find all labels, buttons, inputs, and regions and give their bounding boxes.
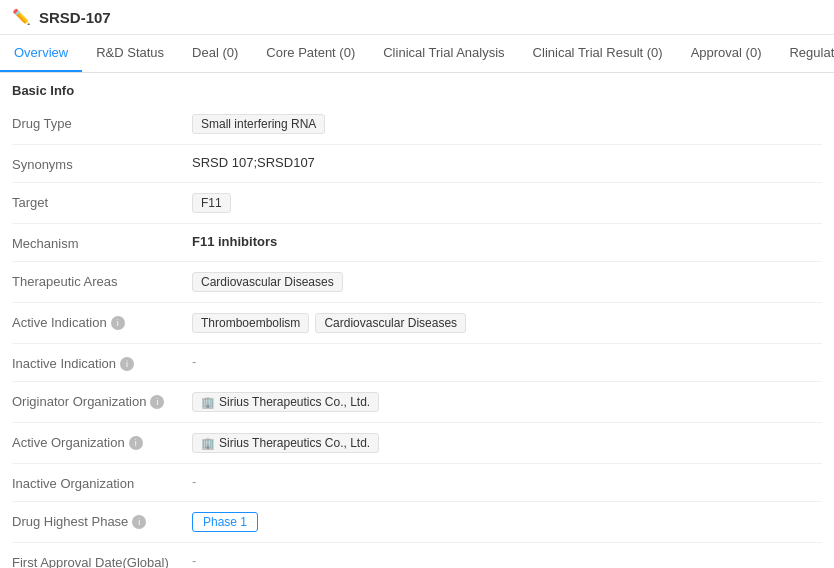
field-value-therapeutic-areas: Cardiovascular Diseases bbox=[192, 272, 822, 292]
field-label-drug-highest-phase: Drug Highest Phasei bbox=[12, 512, 192, 529]
dash-inactive-organization: - bbox=[192, 474, 196, 489]
field-row-therapeutic-areas: Therapeutic AreasCardiovascular Diseases bbox=[12, 262, 822, 303]
field-label-drug-type: Drug Type bbox=[12, 114, 192, 131]
tab-rd-status[interactable]: R&D Status bbox=[82, 35, 178, 72]
field-row-drug-type: Drug TypeSmall interfering RNA bbox=[12, 104, 822, 145]
org-name: Sirius Therapeutics Co., Ltd. bbox=[219, 395, 370, 409]
tag-active-indication: Cardiovascular Diseases bbox=[315, 313, 466, 333]
field-value-first-approval-date: - bbox=[192, 553, 822, 568]
page-title: SRSD-107 bbox=[39, 9, 111, 26]
field-value-active-organization: 🏢Sirius Therapeutics Co., Ltd. bbox=[192, 433, 822, 453]
field-row-first-approval-date: First Approval Date(Global)- bbox=[12, 543, 822, 568]
field-label-synonyms: Synonyms bbox=[12, 155, 192, 172]
title-bar: ✏️ SRSD-107 bbox=[0, 0, 834, 35]
tab-core-patent[interactable]: Core Patent (0) bbox=[252, 35, 369, 72]
tag-therapeutic-areas: Cardiovascular Diseases bbox=[192, 272, 343, 292]
field-row-inactive-indication: Inactive Indicationi- bbox=[12, 344, 822, 382]
field-value-drug-highest-phase: Phase 1 bbox=[192, 512, 822, 532]
field-label-mechanism: Mechanism bbox=[12, 234, 192, 251]
field-value-mechanism: F11 inhibitors bbox=[192, 234, 822, 249]
info-icon-active-indication[interactable]: i bbox=[111, 316, 125, 330]
field-label-active-indication: Active Indicationi bbox=[12, 313, 192, 330]
field-label-originator-organization: Originator Organizationi bbox=[12, 392, 192, 409]
section-header: Basic Info bbox=[0, 73, 834, 104]
building-icon: 🏢 bbox=[201, 437, 215, 450]
info-icon-inactive-indication[interactable]: i bbox=[120, 357, 134, 371]
field-value-target: F11 bbox=[192, 193, 822, 213]
tag-active-indication: Thromboembolism bbox=[192, 313, 309, 333]
info-icon-originator-organization[interactable]: i bbox=[150, 395, 164, 409]
tab-regulation[interactable]: Regulation (0) bbox=[775, 35, 834, 72]
field-row-active-indication: Active IndicationiThromboembolismCardiov… bbox=[12, 303, 822, 344]
tab-clinical-trial-result[interactable]: Clinical Trial Result (0) bbox=[519, 35, 677, 72]
field-label-therapeutic-areas: Therapeutic Areas bbox=[12, 272, 192, 289]
tab-clinical-trial-analysis[interactable]: Clinical Trial Analysis bbox=[369, 35, 518, 72]
field-label-inactive-organization: Inactive Organization bbox=[12, 474, 192, 491]
tab-bar: OverviewR&D StatusDeal (0)Core Patent (0… bbox=[0, 35, 834, 73]
phase-tag-drug-highest-phase: Phase 1 bbox=[192, 512, 258, 532]
field-row-synonyms: SynonymsSRSD 107;SRSD107 bbox=[12, 145, 822, 183]
edit-icon: ✏️ bbox=[12, 8, 31, 26]
info-icon-active-organization[interactable]: i bbox=[129, 436, 143, 450]
field-label-active-organization: Active Organizationi bbox=[12, 433, 192, 450]
tag-drug-type: Small interfering RNA bbox=[192, 114, 325, 134]
field-row-originator-organization: Originator Organizationi🏢Sirius Therapeu… bbox=[12, 382, 822, 423]
tab-approval[interactable]: Approval (0) bbox=[677, 35, 776, 72]
field-label-inactive-indication: Inactive Indicationi bbox=[12, 354, 192, 371]
field-row-target: TargetF11 bbox=[12, 183, 822, 224]
field-row-active-organization: Active Organizationi🏢Sirius Therapeutics… bbox=[12, 423, 822, 464]
field-row-drug-highest-phase: Drug Highest PhaseiPhase 1 bbox=[12, 502, 822, 543]
fields-content: Drug TypeSmall interfering RNASynonymsSR… bbox=[0, 104, 834, 568]
field-row-inactive-organization: Inactive Organization- bbox=[12, 464, 822, 502]
bold-value-mechanism: F11 inhibitors bbox=[192, 234, 277, 249]
field-value-originator-organization: 🏢Sirius Therapeutics Co., Ltd. bbox=[192, 392, 822, 412]
info-icon-drug-highest-phase[interactable]: i bbox=[132, 515, 146, 529]
building-icon: 🏢 bbox=[201, 396, 215, 409]
org-tag-originator-organization: 🏢Sirius Therapeutics Co., Ltd. bbox=[192, 392, 379, 412]
field-value-synonyms: SRSD 107;SRSD107 bbox=[192, 155, 822, 170]
field-value-active-indication: ThromboembolismCardiovascular Diseases bbox=[192, 313, 822, 333]
org-tag-active-organization: 🏢Sirius Therapeutics Co., Ltd. bbox=[192, 433, 379, 453]
org-name: Sirius Therapeutics Co., Ltd. bbox=[219, 436, 370, 450]
tab-overview[interactable]: Overview bbox=[0, 35, 82, 72]
field-row-mechanism: MechanismF11 inhibitors bbox=[12, 224, 822, 262]
field-label-first-approval-date: First Approval Date(Global) bbox=[12, 553, 192, 568]
field-value-inactive-organization: - bbox=[192, 474, 822, 489]
tab-deal[interactable]: Deal (0) bbox=[178, 35, 252, 72]
field-value-drug-type: Small interfering RNA bbox=[192, 114, 822, 134]
dash-inactive-indication: - bbox=[192, 354, 196, 369]
dash-first-approval-date: - bbox=[192, 553, 196, 568]
tag-target: F11 bbox=[192, 193, 231, 213]
field-value-inactive-indication: - bbox=[192, 354, 822, 369]
field-label-target: Target bbox=[12, 193, 192, 210]
